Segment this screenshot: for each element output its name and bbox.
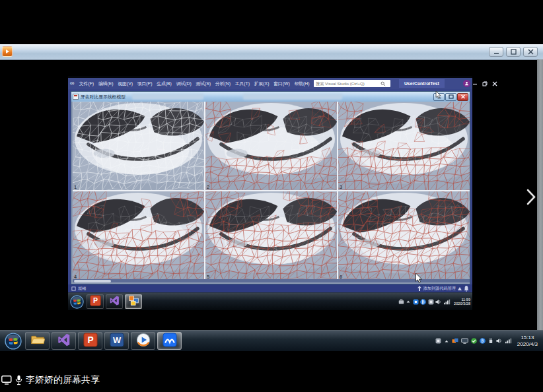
project-name-label: UserControlTest	[399, 79, 445, 88]
input-device-icon[interactable]	[435, 338, 441, 344]
menu-item-build[interactable]: 生成(B)	[155, 81, 174, 87]
menu-item-window[interactable]: 窗口(W)	[272, 81, 292, 87]
menu-item-file[interactable]: 文件(F)	[77, 81, 96, 87]
word-icon: W	[110, 333, 124, 350]
hidden-icons-icon[interactable]	[406, 299, 411, 304]
menu-item-view[interactable]: 视图(V)	[116, 81, 135, 87]
maximize-button[interactable]	[506, 47, 521, 57]
volume-icon[interactable]	[496, 338, 503, 344]
menu-item-help[interactable]: 帮助(H)	[292, 81, 312, 87]
download-manager-icon[interactable]	[452, 338, 458, 344]
mesh-viewer-title: 牙齿对比显示线框模型	[81, 94, 126, 100]
vs-search-box[interactable]	[314, 80, 390, 87]
visual-studio-icon	[109, 295, 120, 309]
host-clock-time: 15:13	[517, 335, 538, 341]
mesh-panel-3[interactable]: 3	[338, 102, 470, 190]
meeting-window-titlebar[interactable]	[0, 44, 543, 60]
caret-up-icon[interactable]	[458, 287, 462, 290]
menu-item-edit[interactable]: 编辑(E)	[96, 81, 115, 87]
host-taskbar: PW 15:13 2020/4/3	[0, 330, 543, 351]
source-control-label[interactable]: 添加到源代码管理	[423, 286, 456, 292]
remote-mouse-cursor	[435, 91, 441, 100]
notifications-bell-icon[interactable]	[464, 286, 469, 292]
display-icon[interactable]	[461, 338, 468, 344]
host-clock-date: 2020/4/3	[517, 341, 538, 348]
search-icon	[380, 81, 386, 86]
mesh-panel-5[interactable]: 5	[205, 191, 337, 280]
svg-text:P: P	[87, 335, 93, 345]
vs-restore-button[interactable]	[480, 78, 490, 89]
person-icon	[464, 81, 469, 86]
taskbar-app-word[interactable]: W	[104, 332, 129, 350]
menu-item-debug[interactable]: 调试(D)	[174, 81, 194, 87]
vs-close-button[interactable]	[490, 78, 500, 89]
messenger-icon[interactable]	[413, 299, 419, 305]
mouse-cursor	[415, 273, 423, 284]
background-tasks-icon[interactable]	[71, 286, 76, 291]
mesh-viewer-titlebar[interactable]: 牙齿对比显示线框模型	[71, 92, 470, 102]
shared-remote-screen: ∞ 文件(F)编辑(E)视图(V)项目(P)生成(B)调试(D)测试(S)分析(…	[68, 76, 472, 310]
power-icon[interactable]	[488, 338, 493, 344]
dental-mesh-image	[73, 102, 204, 190]
notes-icon[interactable]	[398, 299, 404, 304]
horizontal-scrollbar[interactable]	[73, 279, 470, 282]
mesh-panel-1[interactable]: 1	[73, 102, 204, 190]
explorer-icon	[30, 333, 45, 348]
account-avatar[interactable]	[463, 80, 470, 87]
windows-orb-icon	[70, 295, 84, 309]
volume-icon[interactable]	[435, 299, 442, 305]
host-start-button[interactable]	[3, 332, 23, 350]
network-icon[interactable]	[444, 299, 451, 305]
network-icon[interactable]	[505, 338, 512, 344]
host-clock[interactable]: 15:13 2020/4/3	[517, 335, 538, 347]
taskbar-app-meeting[interactable]	[157, 332, 182, 350]
bluetooth-icon[interactable]	[480, 338, 486, 344]
meeting-app-icon[interactable]	[2, 46, 13, 57]
scrollbar-thumb[interactable]	[74, 280, 111, 282]
remote-start-button[interactable]	[69, 294, 85, 309]
window-right-border[interactable]	[537, 59, 543, 330]
screen-share-stage: ∞ 文件(F)编辑(E)视图(V)项目(P)生成(B)调试(D)测试(S)分析(…	[0, 0, 543, 392]
child-maximize-button[interactable]	[445, 93, 456, 101]
hidden-icons-icon[interactable]	[444, 339, 449, 344]
child-close-button[interactable]	[457, 93, 468, 101]
next-page-chevron-icon[interactable]	[526, 188, 537, 206]
menu-item-test[interactable]: 测试(S)	[194, 81, 213, 87]
publish-arrow-icon	[417, 286, 421, 291]
restore-icon	[482, 81, 488, 86]
bluetooth-icon[interactable]	[420, 299, 426, 305]
menu-item-analyze[interactable]: 分析(N)	[213, 81, 233, 87]
vs-menu-bar[interactable]: ∞ 文件(F)编辑(E)视图(V)项目(P)生成(B)调试(D)测试(S)分析(…	[68, 78, 472, 89]
visual-studio-icon	[57, 333, 71, 350]
vs-minimize-button[interactable]	[470, 78, 480, 89]
svg-text:P: P	[92, 296, 97, 304]
mesh-panel-6[interactable]: 6	[338, 191, 470, 280]
taskbar-app-powerpoint[interactable]: P	[87, 294, 104, 309]
minimize-button[interactable]	[489, 47, 503, 57]
taskbar-app-media-player[interactable]	[131, 332, 155, 350]
blurred-caption-area	[243, 94, 342, 100]
search-input[interactable]	[314, 81, 380, 86]
mesh-panel-4[interactable]: 4	[73, 191, 204, 280]
taskbar-app-winforms-app[interactable]	[125, 294, 142, 309]
remote-clock[interactable]: 11:59 2020/3/28	[454, 298, 470, 306]
close-button[interactable]	[523, 47, 538, 57]
visual-studio-logo-icon: ∞	[70, 81, 74, 86]
taskbar-app-explorer[interactable]	[25, 332, 50, 350]
menu-item-extensions[interactable]: 扩展(X)	[252, 81, 271, 87]
mesh-panel-grid: 123456	[73, 102, 470, 280]
menu-item-project[interactable]: 项目(P)	[135, 81, 154, 87]
panel-number: 6	[340, 274, 342, 280]
taskbar-app-powerpoint[interactable]: P	[78, 332, 102, 350]
menu-item-tools[interactable]: 工具(T)	[233, 81, 252, 87]
input-method-icon[interactable]	[428, 299, 434, 305]
mesh-panel-2[interactable]: 2	[205, 102, 337, 190]
taskbar-app-visual-studio[interactable]	[52, 332, 76, 350]
close-icon	[492, 81, 497, 86]
close-icon	[528, 49, 534, 55]
taskbar-app-visual-studio[interactable]	[106, 294, 123, 309]
security-check-icon[interactable]	[471, 338, 477, 344]
panel-number: 2	[207, 184, 209, 190]
blurred-caption-area	[132, 94, 203, 100]
panel-number: 3	[340, 184, 342, 190]
